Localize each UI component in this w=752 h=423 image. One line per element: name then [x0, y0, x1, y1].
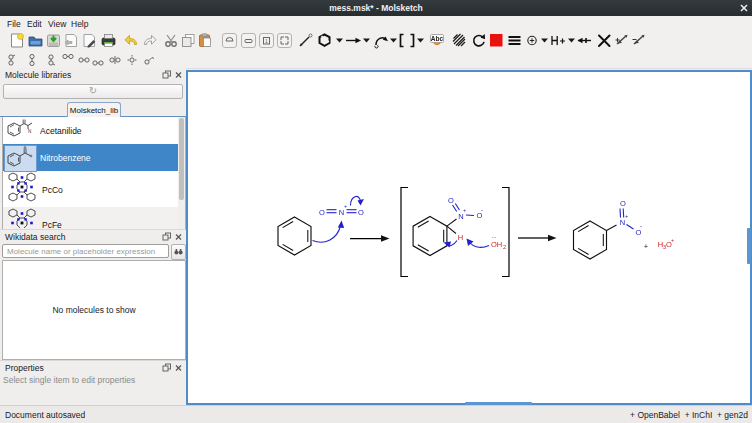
svg-text:N: N	[28, 129, 31, 134]
